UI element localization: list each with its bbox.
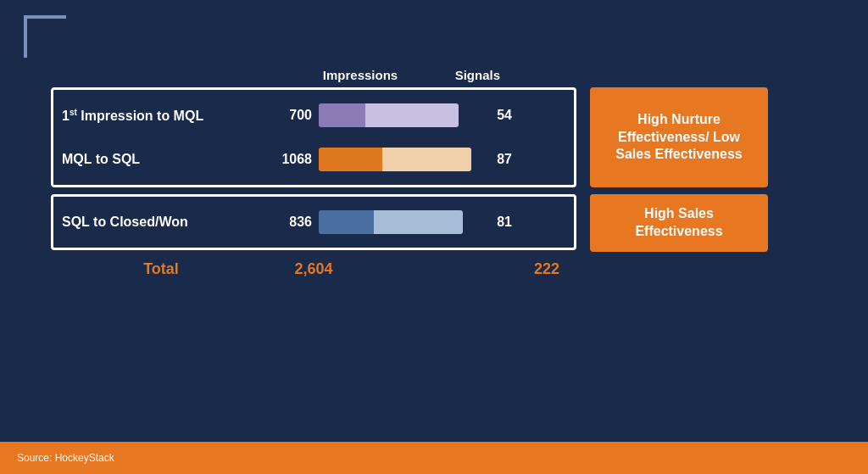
signals-header: Signals: [449, 68, 500, 82]
impressions-header: Impressions: [271, 68, 449, 82]
row-group-2: SQL to Closed/Won 836 81: [51, 194, 576, 250]
impressions-value-row1: 700: [265, 108, 312, 123]
impressions-value-row2: 1068: [265, 152, 312, 167]
label-boxes: High Nurture Effectiveness/ Low Sales Ef…: [590, 87, 768, 278]
column-headers: Impressions Signals: [271, 68, 817, 82]
bar-row1: [319, 103, 471, 127]
bar-light-row2: [382, 148, 471, 171]
bar-dark-row3: [319, 210, 374, 234]
total-impressions: 2,604: [271, 260, 356, 278]
label-box-nurture: High Nurture Effectiveness/ Low Sales Ef…: [590, 87, 768, 187]
total-signals: 222: [509, 260, 559, 278]
impressions-value-row3: 836: [265, 215, 312, 230]
main-content: Impressions Signals 1st Impression to MQ…: [51, 68, 817, 423]
bar-light-row1: [365, 103, 459, 127]
data-table: 1st Impression to MQL 700 54 MQL to SQL …: [51, 87, 576, 278]
bar-row2: [319, 148, 471, 171]
total-label: Total: [51, 260, 271, 278]
source-footer: Source: HockeyStack: [0, 442, 868, 474]
signals-value-row2: 87: [478, 152, 512, 167]
signals-value-row3: 81: [478, 215, 512, 230]
row-label-closed: SQL to Closed/Won: [62, 215, 265, 230]
table-and-labels: 1st Impression to MQL 700 54 MQL to SQL …: [51, 87, 817, 278]
table-row: 1st Impression to MQL 700 54: [62, 95, 565, 136]
corner-bracket-decoration: [24, 15, 66, 58]
row-group-1: 1st Impression to MQL 700 54 MQL to SQL …: [51, 87, 576, 187]
source-text: Source: HockeyStack: [17, 452, 114, 464]
row-label-sql: MQL to SQL: [62, 152, 265, 167]
bar-dark-row2: [319, 148, 382, 171]
signals-value-row1: 54: [478, 108, 512, 123]
table-row: MQL to SQL 1068 87: [62, 139, 565, 180]
total-row: Total 2,604 222: [51, 260, 576, 278]
table-row: SQL to Closed/Won 836 81: [62, 202, 565, 243]
row-label-mql: 1st Impression to MQL: [62, 107, 265, 123]
bar-row3: [319, 210, 471, 234]
label-box-sales: High Sales Effectiveness: [590, 194, 768, 252]
bar-dark-row1: [319, 103, 365, 127]
bar-light-row3: [374, 210, 463, 234]
